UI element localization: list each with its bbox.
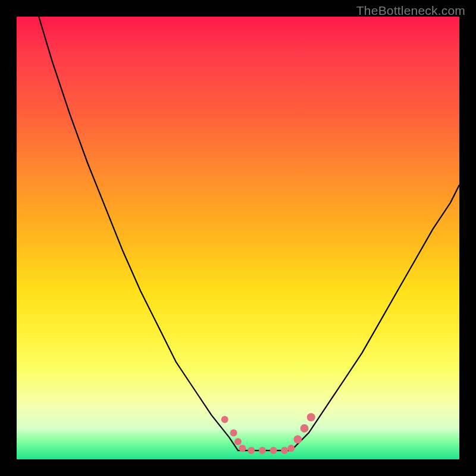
marker-dot	[293, 436, 302, 444]
marker-dot	[281, 447, 288, 454]
marker-dot	[300, 424, 309, 433]
marker-dot	[248, 447, 255, 454]
marker-dot	[239, 444, 246, 452]
curve-line	[39, 17, 459, 450]
attribution-label: TheBottleneck.com	[356, 4, 465, 18]
marker-dot	[221, 416, 228, 423]
marker-dot	[259, 447, 266, 454]
curve-markers	[221, 413, 315, 454]
marker-dot	[270, 447, 277, 454]
marker-dot	[234, 438, 242, 445]
bottleneck-curve	[17, 17, 459, 459]
chart-frame: TheBottleneck.com	[0, 0, 476, 476]
marker-dot	[230, 429, 237, 436]
marker-dot	[287, 444, 295, 452]
marker-dot	[307, 413, 315, 421]
